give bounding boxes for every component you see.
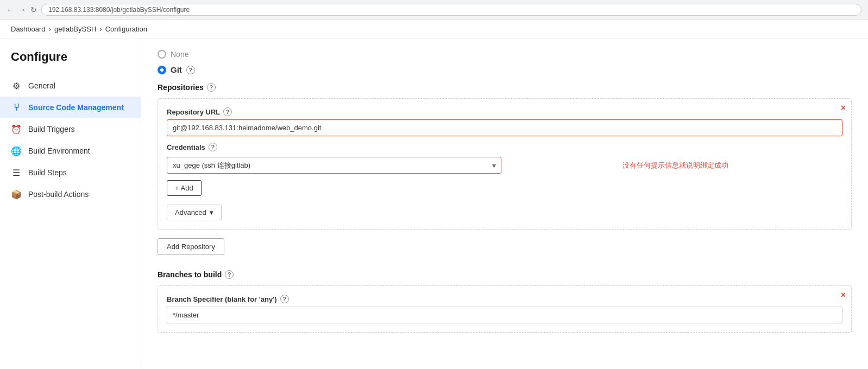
sidebar-item-environment-label: Build Environment [28,147,90,155]
sidebar-item-triggers[interactable]: ⏰ Build Triggers [0,118,141,140]
content-area: None Git ? Repositories ? × Repository U… [141,39,868,367]
git-help-icon[interactable]: ? [186,66,195,74]
repo-url-label: Repository URL ? [167,107,842,116]
credentials-hint: 没有任何提示信息就说明绑定成功 [508,161,842,170]
sidebar-item-triggers-label: Build Triggers [28,125,75,133]
sidebar-item-steps[interactable]: ☰ Build Steps [0,162,141,183]
credentials-section: Credentials ? xu_gege (ssh 连接gitlab) ▾ 没… [167,143,842,174]
sidebar-item-postbuild[interactable]: 📦 Post-build Actions [0,183,141,205]
sidebar-item-general[interactable]: ⚙ General [0,75,141,97]
branch-specifier-help-icon[interactable]: ? [280,295,289,303]
credentials-label: Credentials ? [167,143,842,151]
none-radio-button[interactable] [158,50,166,59]
gear-icon: ⚙ [11,80,22,91]
branches-section: Branches to build ? × Branch Specifier (… [158,270,852,333]
credentials-select-wrapper: xu_gege (ssh 连接gitlab) ▾ [167,157,501,174]
sidebar-item-postbuild-label: Post-build Actions [28,190,89,199]
forward-icon[interactable]: → [18,5,26,14]
branch-specifier-label: Branch Specifier (blank for 'any') ? [167,295,842,303]
repositories-label: Repositories ? [158,83,852,92]
list-icon: ☰ [11,167,22,178]
credentials-select[interactable]: xu_gege (ssh 连接gitlab) [167,157,501,174]
repositories-help-icon[interactable]: ? [207,83,216,92]
box-icon: 📦 [11,189,22,200]
breadcrumb-dashboard[interactable]: Dashboard [11,25,46,33]
close-repo-button[interactable]: × [841,103,846,113]
refresh-icon[interactable]: ↻ [30,5,37,14]
git-radio-option[interactable]: Git ? [158,65,852,74]
sidebar-item-steps-label: Build Steps [28,168,67,177]
credentials-row: xu_gege (ssh 连接gitlab) ▾ 没有任何提示信息就说明绑定成功 [167,157,842,174]
clock-icon: ⏰ [11,124,22,135]
globe-icon: 🌐 [11,145,22,156]
none-radio-option[interactable]: None [158,50,852,59]
advanced-button[interactable]: Advanced ▾ [167,205,222,220]
branches-label: Branches to build ? [158,270,852,279]
credentials-help-icon[interactable]: ? [209,143,217,151]
sidebar-item-environment[interactable]: 🌐 Build Environment [0,140,141,162]
branches-help-icon[interactable]: ? [225,270,234,279]
sidebar-item-scm-label: Source Code Management [28,103,124,112]
git-radio-label: Git [171,65,182,74]
url-bar[interactable]: 192.168.83.133:8080/job/getlabBySSH/conf… [41,4,861,16]
browser-bar: ← → ↻ 192.168.83.133:8080/job/getlabBySS… [0,0,868,20]
sidebar-title: Configure [0,50,141,75]
sidebar: Configure ⚙ General ⑂ Source Code Manage… [0,39,141,367]
breadcrumb: Dashboard › getlabBySSH › Configuration [0,20,868,39]
advanced-label: Advanced [175,208,206,217]
repo-url-help-icon[interactable]: ? [223,107,232,116]
close-branch-button[interactable]: × [841,290,846,300]
breadcrumb-job[interactable]: getlabBySSH [54,25,96,33]
repository-box: × Repository URL ? Credentials ? xu_gege… [158,98,852,230]
back-icon[interactable]: ← [7,5,14,14]
none-radio-label: None [171,50,188,59]
advanced-chevron-icon: ▾ [210,208,213,217]
sidebar-item-scm[interactable]: ⑂ Source Code Management [0,97,141,118]
add-credentials-button[interactable]: + Add [167,180,202,196]
scm-icon: ⑂ [11,102,22,113]
repo-url-input[interactable] [167,119,842,136]
breadcrumb-config: Configuration [105,25,147,33]
main-layout: Configure ⚙ General ⑂ Source Code Manage… [0,39,868,367]
git-radio-button[interactable] [158,66,166,74]
radio-dot-inner [160,68,163,72]
branch-box: × Branch Specifier (blank for 'any') ? [158,285,852,333]
branch-specifier-input[interactable] [167,307,842,323]
sidebar-item-general-label: General [28,81,55,90]
add-repository-button[interactable]: Add Repository [158,238,224,255]
